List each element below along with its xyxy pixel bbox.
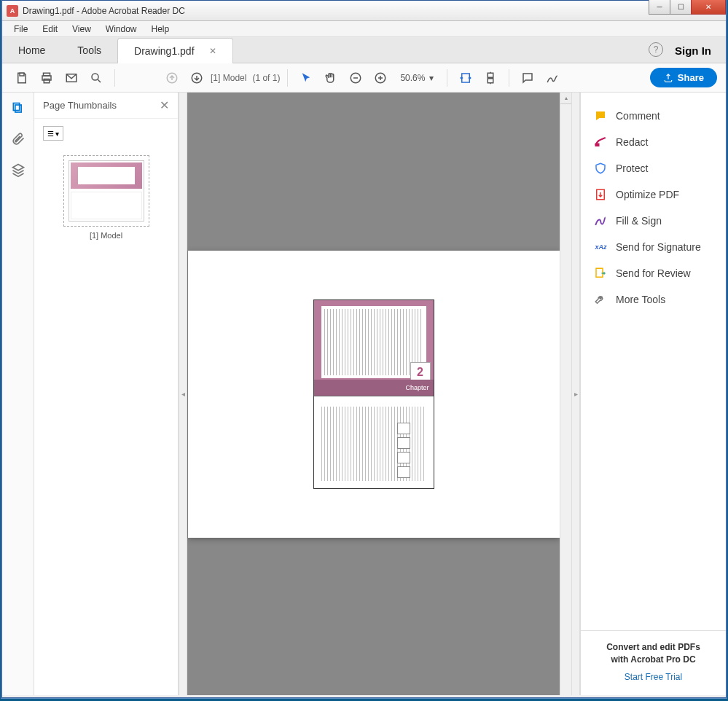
comment-tool[interactable]: Comment xyxy=(581,103,726,129)
svg-text:xAz: xAz xyxy=(595,243,608,251)
comment-icon[interactable] xyxy=(517,67,539,89)
search-icon[interactable] xyxy=(85,67,107,89)
selection-tool-icon[interactable] xyxy=(295,67,317,89)
tool-label: Fill & Sign xyxy=(616,215,662,227)
zoom-out-icon[interactable] xyxy=(345,67,367,89)
tool-label: Optimize PDF xyxy=(616,189,679,200)
protect-tool-icon xyxy=(594,162,607,175)
pdf-page: 2 Chapter xyxy=(188,251,560,538)
share-button[interactable]: Share xyxy=(650,68,717,87)
maximize-button[interactable]: ☐ xyxy=(670,0,692,15)
thumbnails-rail-icon[interactable] xyxy=(9,100,27,117)
collapse-right-handle[interactable]: ▸ xyxy=(571,93,580,695)
close-button[interactable]: ✕ xyxy=(691,0,726,15)
tools-footer: Convert and edit PDFs with Acrobat Pro D… xyxy=(581,630,726,695)
page-label: [1] Model xyxy=(211,73,246,83)
tab-document[interactable]: Drawing1.pdf ✕ xyxy=(117,38,233,63)
svg-rect-10 xyxy=(462,74,470,82)
tool-label: Send for Signature xyxy=(616,241,701,253)
menu-edit[interactable]: Edit xyxy=(35,23,65,36)
zoom-value: 50.6% xyxy=(400,73,425,83)
svg-point-5 xyxy=(92,74,98,80)
collapse-left-handle[interactable]: ◂ xyxy=(179,93,187,695)
protect-tool[interactable]: Protect xyxy=(581,155,726,181)
send-review-tool[interactable]: Send for Review xyxy=(581,260,726,286)
hand-tool-icon[interactable] xyxy=(320,67,342,89)
menu-file[interactable]: File xyxy=(7,23,35,36)
tools-panel: CommentRedactProtectOptimize PDFFill & S… xyxy=(580,93,726,695)
svg-rect-11 xyxy=(488,73,494,77)
tool-label: Comment xyxy=(616,110,660,122)
signin-button[interactable]: Sign In xyxy=(675,44,711,57)
menu-help[interactable]: Help xyxy=(144,23,177,36)
tab-document-label: Drawing1.pdf xyxy=(134,45,195,57)
tab-home[interactable]: Home xyxy=(2,38,61,63)
chevron-down-icon: ▾ xyxy=(429,73,434,83)
more-tools[interactable]: More Tools xyxy=(581,286,726,313)
thumbnails-options-button[interactable]: ☰ ▾ xyxy=(43,126,63,141)
fit-width-icon[interactable] xyxy=(455,67,477,89)
save-icon[interactable] xyxy=(11,67,33,89)
svg-rect-0 xyxy=(20,73,24,76)
titlebar: A Drawing1.pdf - Adobe Acrobat Reader DC… xyxy=(2,1,726,21)
tool-label: Send for Review xyxy=(616,267,691,279)
svg-rect-14 xyxy=(15,105,20,112)
layers-rail-icon[interactable] xyxy=(9,161,27,179)
tool-label: Protect xyxy=(616,162,648,174)
menu-view[interactable]: View xyxy=(65,23,98,36)
sign-icon[interactable] xyxy=(541,67,563,89)
minimize-button[interactable]: ─ xyxy=(649,0,670,15)
vertical-scrollbar[interactable]: ▴ xyxy=(560,93,571,695)
document-canvas: 2 Chapter ▴ xyxy=(187,93,571,695)
footer-line2: with Acrobat Pro DC xyxy=(588,654,719,666)
send-signature-tool[interactable]: xAzSend for Signature xyxy=(581,234,726,260)
svg-rect-13 xyxy=(13,103,19,111)
page-count: (1 of 1) xyxy=(252,73,280,83)
zoom-in-icon[interactable] xyxy=(369,67,391,89)
tool-label: Redact xyxy=(616,136,648,148)
redact-tool[interactable]: Redact xyxy=(581,129,726,155)
email-icon[interactable] xyxy=(60,67,82,89)
thumbnails-close-icon[interactable]: ✕ xyxy=(160,98,169,112)
share-label: Share xyxy=(678,72,704,83)
optimize-pdf-tool-icon xyxy=(594,188,607,201)
footer-line1: Convert and edit PDFs xyxy=(588,641,719,654)
scroll-mode-icon[interactable] xyxy=(480,67,501,89)
chapter-label: Chapter xyxy=(405,384,428,391)
window-title: Drawing1.pdf - Adobe Acrobat Reader DC xyxy=(23,6,649,16)
send-signature-tool-icon: xAz xyxy=(594,240,607,254)
tabbar: Home Tools Drawing1.pdf ✕ ? Sign In xyxy=(2,37,726,63)
thumbnail-label: [1] Model xyxy=(90,231,122,240)
thumbnails-list: [1] Model xyxy=(34,148,178,695)
menubar: File Edit View Window Help xyxy=(2,21,726,37)
document-viewport[interactable]: 2 Chapter xyxy=(187,93,560,695)
send-review-tool-icon xyxy=(594,267,607,280)
print-icon[interactable] xyxy=(36,67,58,89)
statusbar xyxy=(2,695,726,697)
page-drawing: 2 Chapter xyxy=(313,299,434,489)
tab-tools[interactable]: Tools xyxy=(61,38,117,63)
content-area: Page Thumbnails ✕ ☰ ▾ [1] Model ◂ xyxy=(2,93,726,695)
upload-icon xyxy=(663,73,673,83)
app-icon: A xyxy=(7,5,18,17)
help-icon[interactable]: ? xyxy=(649,42,663,57)
start-trial-link[interactable]: Start Free Trial xyxy=(588,672,719,682)
svg-rect-12 xyxy=(488,78,494,82)
fill-sign-tool[interactable]: Fill & Sign xyxy=(581,208,726,234)
thumbnail-item[interactable] xyxy=(63,155,149,227)
toolbar: [1] Model (1 of 1) 50.6% ▾ Share xyxy=(2,63,726,93)
more-tools-icon xyxy=(594,293,607,306)
comment-tool-icon xyxy=(594,109,607,122)
tab-close-icon[interactable]: ✕ xyxy=(209,46,216,56)
page-indicator: [1] Model (1 of 1) xyxy=(211,73,280,83)
page-down-icon[interactable] xyxy=(186,67,208,89)
left-rail xyxy=(2,93,34,695)
page-up-icon[interactable] xyxy=(161,67,183,89)
zoom-level[interactable]: 50.6% ▾ xyxy=(394,71,439,85)
attachments-rail-icon[interactable] xyxy=(9,130,27,148)
menu-window[interactable]: Window xyxy=(98,23,144,36)
fill-sign-tool-icon xyxy=(594,214,607,227)
optimize-pdf-tool[interactable]: Optimize PDF xyxy=(581,181,726,208)
scroll-up-icon[interactable]: ▴ xyxy=(560,93,571,104)
thumbnails-title: Page Thumbnails xyxy=(43,100,117,111)
